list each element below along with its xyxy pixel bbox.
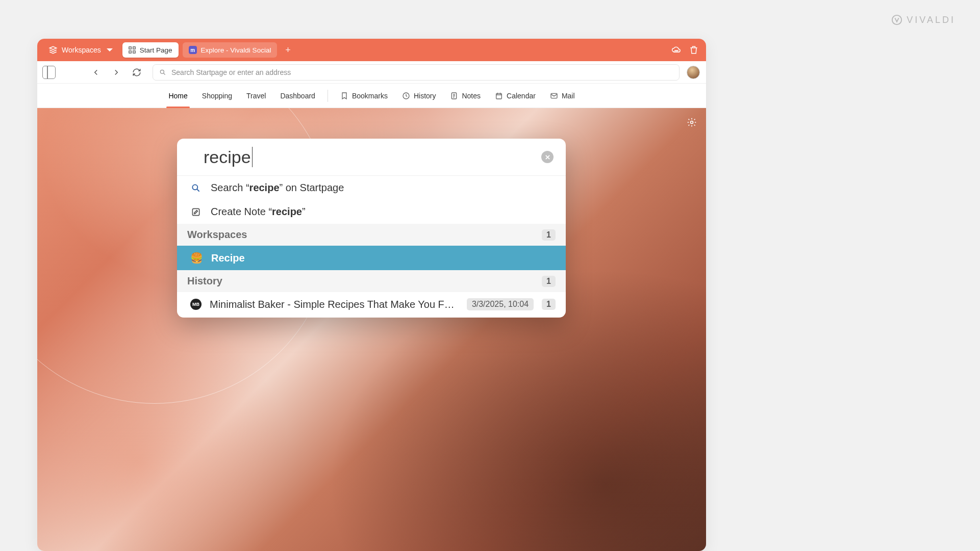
svg-point-7 <box>677 50 678 51</box>
svg-point-13 <box>691 121 693 124</box>
vivaldi-logo: VIVALDI <box>891 14 956 25</box>
svg-rect-11 <box>496 93 502 99</box>
text-cursor <box>252 147 253 167</box>
svg-point-14 <box>192 185 197 190</box>
history-count-badge: 1 <box>542 299 556 310</box>
search-engine-row[interactable]: Search “recipe” on Startpage <box>177 176 566 200</box>
gear-icon <box>687 117 697 127</box>
bookmark-icon <box>340 92 348 100</box>
vivaldi-wordmark: VIVALDI <box>907 15 956 25</box>
search-icon <box>159 69 166 76</box>
svg-rect-4 <box>133 51 135 53</box>
address-bar[interactable]: Search Startpage or enter an address <box>153 64 680 81</box>
svg-rect-3 <box>129 51 131 53</box>
svg-point-0 <box>892 15 901 24</box>
vivaldi-icon <box>891 14 902 25</box>
speeddial-nav: Home Shopping Travel Dashboard Bookmarks… <box>37 84 706 108</box>
note-row-text: Create Note “recipe” <box>211 206 306 218</box>
clear-button[interactable] <box>541 151 554 163</box>
sd-shopping[interactable]: Shopping <box>197 84 237 108</box>
chevron-down-icon <box>105 45 114 55</box>
sd-mail[interactable]: Mail <box>545 84 580 108</box>
tab-vivaldi-social[interactable]: m Explore - Vivaldi Social <box>183 42 278 58</box>
notes-icon <box>450 92 458 100</box>
create-note-row[interactable]: Create Note “recipe” <box>177 200 566 224</box>
section-label: History <box>187 275 222 287</box>
quick-commands-panel: recipe Search “recipe” on Startpage <box>177 139 566 318</box>
sd-bookmarks[interactable]: Bookmarks <box>335 84 393 108</box>
calendar-icon <box>495 92 503 100</box>
sd-notes[interactable]: Notes <box>445 84 486 108</box>
sd-history[interactable]: History <box>397 84 441 108</box>
mastodon-icon: m <box>189 46 197 54</box>
history-icon <box>402 92 410 100</box>
section-label: Workspaces <box>187 229 247 241</box>
note-edit-icon <box>190 207 202 217</box>
quick-search-text: recipe <box>204 147 251 167</box>
section-count-badge: 1 <box>542 229 556 241</box>
trash-icon[interactable] <box>689 45 699 55</box>
new-tab-button[interactable]: + <box>281 43 294 57</box>
svg-point-5 <box>675 50 675 51</box>
svg-rect-15 <box>192 208 199 215</box>
address-placeholder: Search Startpage or enter an address <box>171 68 291 76</box>
titlebar: Workspaces Start Page m Explore - Vivald… <box>37 39 706 61</box>
history-result-item[interactable]: MB Minimalist Baker - Simple Recipes Tha… <box>177 292 566 318</box>
quick-search-input[interactable]: recipe <box>177 139 566 176</box>
history-date-badge: 3/3/2025, 10:04 <box>467 298 534 310</box>
svg-rect-1 <box>129 47 131 49</box>
section-workspaces: Workspaces 1 <box>177 224 566 246</box>
section-history: History 1 <box>177 270 566 292</box>
svg-rect-2 <box>133 47 135 49</box>
svg-point-8 <box>160 70 164 73</box>
reload-button[interactable] <box>128 64 145 81</box>
browser-window: Workspaces Start Page m Explore - Vivald… <box>37 39 706 551</box>
back-button[interactable] <box>87 64 105 81</box>
workspaces-label: Workspaces <box>62 46 101 54</box>
panel-toggle-button[interactable] <box>42 66 56 79</box>
site-favicon: MB <box>190 299 202 310</box>
navbar: Search Startpage or enter an address <box>37 61 706 84</box>
sync-cloud-icon[interactable] <box>671 45 682 55</box>
tab-label: Start Page <box>140 46 172 54</box>
sd-travel[interactable]: Travel <box>241 84 271 108</box>
forward-button[interactable] <box>108 64 125 81</box>
workspaces-icon <box>48 45 58 55</box>
sd-calendar[interactable]: Calendar <box>490 84 541 108</box>
svg-point-6 <box>676 50 676 51</box>
startpage-settings-button[interactable] <box>687 117 697 129</box>
tab-startpage[interactable]: Start Page <box>122 42 179 58</box>
workspace-result-label: Recipe <box>211 252 245 264</box>
tab-label: Explore - Vivaldi Social <box>201 46 271 54</box>
workspace-result-recipe[interactable]: 🍔 Recipe <box>177 246 566 270</box>
section-count-badge: 1 <box>542 276 556 287</box>
search-globe-icon <box>190 183 202 193</box>
search-row-text: Search “recipe” on Startpage <box>211 182 344 194</box>
sd-home[interactable]: Home <box>163 84 192 108</box>
history-result-title: Minimalist Baker - Simple Recipes That M… <box>210 299 459 310</box>
divider <box>328 90 328 102</box>
mail-icon <box>550 92 558 100</box>
burger-icon: 🍔 <box>190 252 203 264</box>
profile-avatar[interactable] <box>687 66 700 79</box>
sd-dashboard[interactable]: Dashboard <box>275 84 320 108</box>
close-icon <box>545 154 550 160</box>
startpage-content: recipe Search “recipe” on Startpage <box>37 108 706 551</box>
workspaces-button[interactable]: Workspaces <box>44 42 118 58</box>
startpage-icon <box>129 46 136 54</box>
